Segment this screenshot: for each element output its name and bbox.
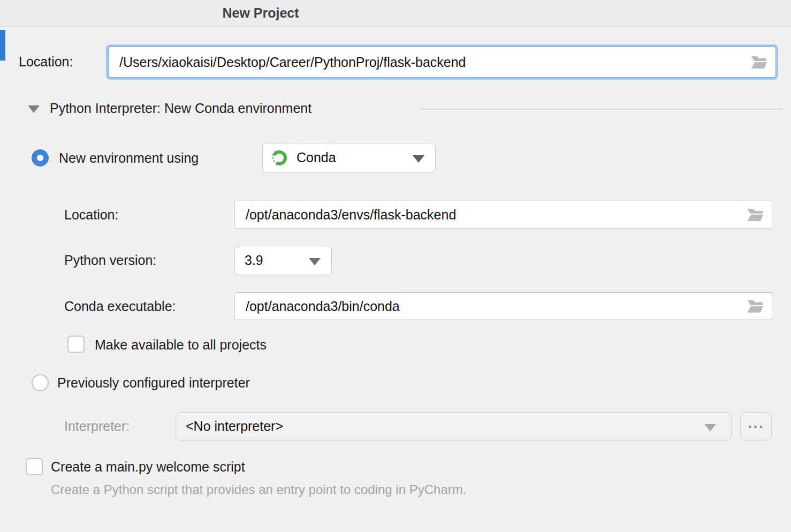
env-type-dropdown[interactable]: Conda	[262, 143, 436, 172]
python-version-value: 3.9	[235, 253, 263, 268]
dialog-titlebar: New Project	[0, 0, 791, 27]
interpreter-dropdown[interactable]: <No interpreter>	[176, 412, 732, 440]
interpreter-value: <No interpreter>	[176, 419, 283, 434]
section-collapse-icon[interactable]	[28, 105, 40, 113]
python-version-dropdown[interactable]: 3.9	[234, 246, 332, 275]
project-location-value: /Users/xiaokaisi/Desktop/Career/PythonPr…	[109, 55, 466, 70]
radio-new-environment-label[interactable]: New environment using	[59, 145, 199, 171]
make-available-label[interactable]: Make available to all projects	[95, 332, 267, 358]
interpreter-label: Interpreter:	[64, 412, 130, 440]
welcome-script-label[interactable]: Create a main.py welcome script	[51, 455, 245, 478]
env-location-value: /opt/anaconda3/envs/flask-backend	[235, 207, 456, 223]
section-divider	[420, 109, 782, 110]
radio-previous-interpreter[interactable]	[32, 374, 49, 391]
conda-executable-value: /opt/anaconda3/bin/conda	[235, 299, 400, 314]
project-location-label: Location:	[19, 44, 73, 79]
conda-executable-input[interactable]: /opt/anaconda3/bin/conda	[234, 292, 772, 320]
conda-executable-label: Conda executable:	[64, 292, 176, 320]
chevron-down-icon	[704, 424, 716, 431]
make-available-checkbox[interactable]	[67, 336, 85, 353]
folder-open-icon[interactable]	[750, 54, 768, 70]
chevron-down-icon	[309, 258, 321, 265]
chevron-down-icon	[413, 155, 424, 163]
welcome-script-description: Create a Python script that provides an …	[51, 482, 466, 497]
dialog-title: New Project	[222, 0, 299, 26]
env-location-label: Location:	[64, 201, 118, 229]
project-location-input[interactable]: /Users/xiaokaisi/Desktop/Career/PythonPr…	[108, 47, 776, 78]
python-version-label: Python version:	[64, 246, 156, 275]
folder-open-icon[interactable]	[746, 298, 764, 314]
conda-icon	[270, 148, 289, 168]
accent-bar	[0, 30, 5, 60]
interpreter-browse-button[interactable]: ...	[740, 412, 772, 440]
interpreter-section-title: Python Interpreter: New Conda environmen…	[50, 101, 311, 116]
welcome-script-checkbox[interactable]	[26, 458, 43, 475]
radio-new-environment[interactable]	[32, 149, 49, 166]
folder-open-icon[interactable]	[746, 207, 764, 223]
env-location-input[interactable]: /opt/anaconda3/envs/flask-backend	[234, 201, 772, 229]
radio-previous-interpreter-label[interactable]: Previously configured interpreter	[57, 370, 250, 396]
new-project-dialog: New Project Location: /Users/xiaokaisi/D…	[0, 0, 791, 532]
